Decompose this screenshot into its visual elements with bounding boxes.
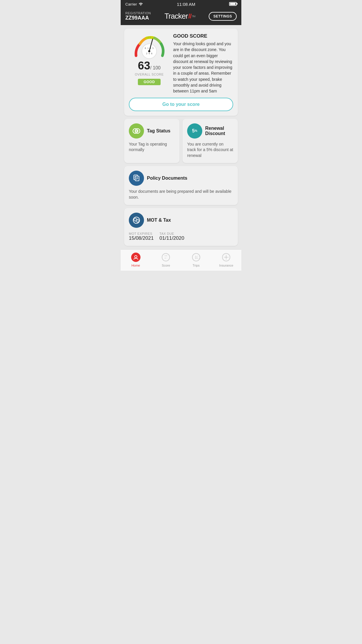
score-description: Your driving looks good and you are in t… (173, 41, 233, 94)
svg-text:☢: ☢ (137, 220, 138, 222)
battery-display (229, 2, 237, 7)
wifi-icon (138, 2, 143, 6)
score-card: R 1 3 5 ⊞ 2 4 6 63/ 100 OVERALL SCORE GO… (124, 29, 238, 116)
carrier-label: Carrier (125, 2, 137, 6)
registration-value: ZZ99AAA (125, 15, 151, 21)
renewal-discount-icon: 5% (187, 123, 202, 139)
tag-status-icon (129, 123, 144, 139)
renewal-discount-title: Renewal Discount (205, 126, 233, 136)
policy-documents-body: Your documents are being prepared and wi… (129, 189, 233, 200)
score-icon: ★★ ★☆ (161, 253, 171, 262)
battery-icon (229, 2, 237, 6)
policy-documents-icon (129, 171, 144, 186)
gauge-section: R 1 3 5 ⊞ 2 4 6 63/ 100 OVERALL SCORE GO… (129, 33, 170, 85)
app-logo: Tracker // TM (164, 12, 195, 21)
bottom-navigation: Home ★★ ★☆ Score R 1 3 2 4 6 Trips (121, 249, 241, 271)
policy-documents-header: Policy Documents (129, 171, 233, 186)
overall-score-label: OVERALL SCORE (135, 73, 164, 76)
nav-home[interactable]: Home (121, 252, 151, 267)
mot-dates-section: MOT EXPIRES 15/08/2021 TAX DUE 01/11/202… (129, 232, 233, 241)
nav-insurance-label: Insurance (219, 264, 233, 267)
tax-due-item: TAX DUE 01/11/2020 (159, 232, 184, 241)
svg-text:★★: ★★ (164, 255, 167, 257)
settings-button[interactable]: SETTINGS (209, 12, 237, 21)
nav-score[interactable]: ★★ ★☆ Score (151, 252, 181, 267)
score-title: GOOD SCORE (173, 33, 233, 39)
svg-point-5 (148, 50, 150, 52)
trips-icon: R 1 3 2 4 6 (191, 253, 201, 262)
logo-slash-icon: // (188, 13, 191, 20)
svg-text:£: £ (226, 256, 227, 258)
time-display: 11:08 AM (177, 2, 195, 7)
discount-value: 5 (192, 128, 195, 134)
svg-point-29 (192, 253, 200, 261)
mot-tax-icon: £ ☢ (129, 213, 144, 228)
mot-tax-header: £ ☢ MOT & Tax (129, 213, 233, 228)
policy-documents-title: Policy Documents (147, 176, 187, 181)
insurance-icon: £ (222, 253, 231, 262)
registration-label: REGISTRATION (125, 11, 151, 15)
nav-score-icon-wrap: ★★ ★☆ (161, 252, 171, 262)
renewal-discount-body: You are currently on track for a 5% disc… (187, 141, 233, 159)
home-icon (131, 253, 140, 262)
mot-expires-item: MOT EXPIRES 15/08/2021 (129, 232, 154, 241)
score-gauge: R 1 3 5 ⊞ 2 4 6 (130, 33, 168, 61)
nav-insurance-icon-wrap: £ (221, 252, 231, 262)
renewal-discount-card: 5% Renewal Discount You are currently on… (182, 119, 238, 163)
app-header: REGISTRATION ZZ99AAA Tracker // TM SETTI… (121, 8, 241, 25)
carrier-info: Carrier (125, 2, 143, 6)
tax-due-label: TAX DUE (159, 232, 184, 235)
score-number-section: 63/ 100 (138, 60, 161, 72)
score-badge-section: GOOD (138, 78, 161, 85)
mot-expires-label: MOT EXPIRES (129, 232, 154, 235)
svg-text:£: £ (135, 219, 136, 220)
svg-text:R 1 3: R 1 3 (195, 255, 200, 257)
nav-home-label: Home (131, 264, 140, 267)
svg-text:R 1 3 5: R 1 3 5 (145, 47, 154, 50)
svg-text:2 4 6: 2 4 6 (146, 52, 152, 55)
svg-text:★☆: ★☆ (164, 257, 167, 259)
svg-text:2 4 6: 2 4 6 (195, 258, 200, 259)
score-card-top: R 1 3 5 ⊞ 2 4 6 63/ 100 OVERALL SCORE GO… (129, 33, 233, 94)
logo-text: Tracker (164, 12, 188, 21)
tax-due-value: 01/11/2020 (159, 235, 184, 241)
score-value: 63 (138, 60, 150, 72)
main-content: R 1 3 5 ⊞ 2 4 6 63/ 100 OVERALL SCORE GO… (121, 25, 241, 249)
svg-point-25 (135, 256, 137, 258)
mot-tax-title: MOT & Tax (147, 218, 171, 223)
two-col-section: Tag Status Your Tag is operating normall… (124, 119, 238, 163)
mot-tax-card: £ ☢ MOT & Tax MOT EXPIRES 15/08/2021 TAX… (124, 208, 238, 246)
nav-trips-icon-wrap: R 1 3 2 4 6 (191, 252, 201, 262)
logo-tm: TM (192, 15, 195, 18)
status-bar: Carrier 11:08 AM (121, 0, 241, 8)
tag-status-card: Tag Status Your Tag is operating normall… (124, 119, 180, 163)
score-denom: / 100 (150, 65, 161, 70)
discount-unit: % (195, 129, 197, 132)
nav-home-icon-wrap (131, 252, 141, 262)
registration-section: REGISTRATION ZZ99AAA (125, 11, 151, 21)
svg-point-10 (135, 130, 136, 132)
nav-trips[interactable]: R 1 3 2 4 6 Trips (181, 252, 211, 267)
tag-status-title: Tag Status (147, 128, 171, 134)
mot-expires-value: 15/08/2021 (129, 235, 154, 241)
score-info-section: GOOD SCORE Your driving looks good and y… (173, 33, 233, 94)
policy-documents-card: Policy Documents Your documents are bein… (124, 166, 238, 205)
renewal-discount-header: 5% Renewal Discount (187, 123, 233, 139)
nav-score-label: Score (162, 264, 170, 267)
nav-trips-label: Trips (193, 264, 200, 267)
tag-status-body: Your Tag is operating normally (129, 141, 175, 153)
goto-score-button[interactable]: Go to your score (129, 98, 233, 111)
nav-insurance[interactable]: £ Insurance (211, 252, 242, 267)
good-badge: GOOD (138, 79, 161, 85)
tag-status-header: Tag Status (129, 123, 175, 139)
